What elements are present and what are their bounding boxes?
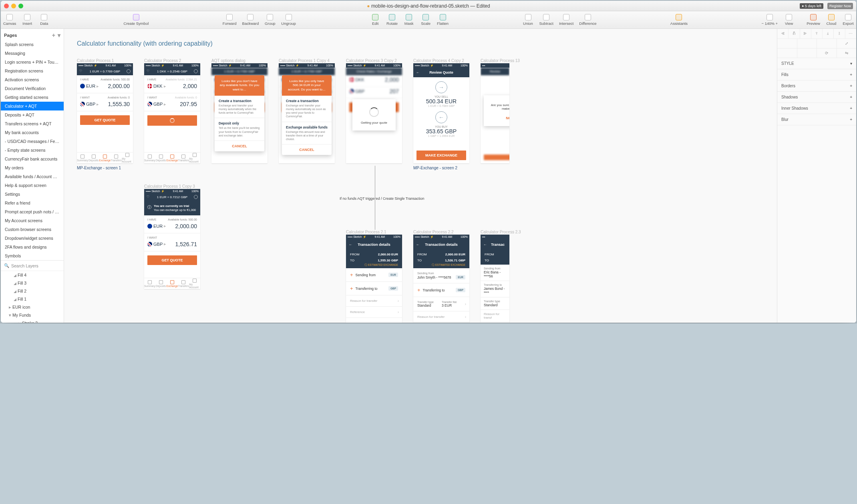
search-layers[interactable]: 🔍 Search Layers [1,261,64,271]
cancel-button[interactable]: CANCEL [282,145,332,155]
export-tool[interactable]: Export [843,14,854,26]
back-arrow-icon[interactable]: ← [349,243,352,247]
artboard-label[interactable]: Calculator Process 2 [144,58,181,63]
align-row[interactable]: ⫷⫚⫸⫯⫰⫱⋯ [777,29,856,39]
preview-tool[interactable]: Preview [807,14,820,26]
page-item[interactable]: - Empty state screens [1,146,64,155]
view-tool[interactable]: View [783,14,795,26]
style-section[interactable]: STYLE▾ [777,58,856,69]
pages-header: Pages +▾ [1,29,64,40]
create-symbol-tool[interactable]: Create Symbol [124,14,149,26]
page-item[interactable]: Login screens + PIN + Touch ID [1,58,64,66]
page-item[interactable]: Symbols [1,251,64,260]
artboard-confirm[interactable]: ••• Review Are you sure you want to make… [481,63,509,163]
artboard-calc1[interactable]: ••••• Sketch ⚡9:41 AM100% ♡1 EUR = 0.778… [77,63,133,163]
artboard-label[interactable]: Calculator Process 1 Copy 3 [144,184,195,189]
assistants-tool[interactable]: Assistants [670,14,688,26]
page-menu-button[interactable]: ▾ [58,32,60,38]
artboard-loading[interactable]: ••••• Sketch ⚡9:41 AM100% Check Rates / … [346,63,402,163]
artboard-details1[interactable]: ••••• Sketch ⚡9:41 AM100% ←Transaction d… [346,235,402,323]
page-item[interactable]: My orders [1,163,64,172]
page-item[interactable]: Document Verification [1,84,64,93]
artboard-label[interactable]: Calculator Process 4 Copy 2 [413,58,464,63]
page-item[interactable]: Refer a friend [1,199,64,207]
artboard-review[interactable]: ••••• Sketch ⚡9:41 AM100% ←Review Quote … [413,63,469,163]
get-quote-button[interactable]: GET QUOTE [147,255,197,265]
page-item[interactable]: Activation screens [1,75,64,84]
artboard-label[interactable]: Calculator Process 2.3 [481,230,521,234]
artboard-calc1c3[interactable]: ••••• Sketch ⚡9:41 AM100% ♡1 EUR = 0.721… [144,189,200,289]
fills-section[interactable]: Fills+ [777,69,856,80]
data-tool[interactable]: Data [38,14,50,26]
difference-tool[interactable]: Difference [579,14,596,26]
artboard-label[interactable]: Calculator Process 2.2 [413,230,454,234]
blur-section[interactable]: Blur+ [777,114,856,125]
artboard-label[interactable]: Calculator Process 2.1 [346,230,386,234]
artboard-label[interactable]: Calculator Process 1 [77,58,114,63]
rotate-tool[interactable]: Rotate [386,14,398,26]
backward-tool[interactable]: Backward [242,14,259,26]
edit-tool[interactable]: Edit [370,14,381,26]
page-item[interactable]: CurrencyFair bank accounts [1,155,64,163]
layer-item[interactable]: ▾My Funds [1,311,64,319]
artboard-label[interactable]: Calculator Process 13 [481,58,520,63]
canvas[interactable]: Calculator functionality (with ordering … [64,29,777,323]
plus-icon[interactable]: + [350,272,353,278]
page-item[interactable]: Deposits + AQT [1,110,64,119]
shadows-section[interactable]: Shadows+ [777,92,856,103]
subtract-tool[interactable]: Subtract [539,14,553,26]
ungroup-tool[interactable]: Ungroup [281,14,296,26]
page-item[interactable]: Splash screens [1,40,64,49]
get-quote-button[interactable]: GET QUOTE [80,115,130,125]
page-item[interactable]: Settings [1,190,64,199]
forward-tool[interactable]: Forward [223,14,237,26]
page-item[interactable]: Calculator + AQT [1,102,64,110]
page-item[interactable]: My bank accounts [1,128,64,137]
artboard-label[interactable]: Calculator Process 1 Copy 4 [279,58,330,63]
scale-tool[interactable]: Scale [420,14,431,26]
arrow-right-icon: → [435,81,447,93]
artboard-aqt-dialog[interactable]: ••••• Sketch ⚡9:41 AM100% 1 EUR = 0.7789… [211,63,268,163]
page-item[interactable]: My Account screens [1,216,64,225]
mask-tool[interactable]: Mask [403,14,414,26]
page-item[interactable]: Registration screens [1,66,64,75]
group-tool[interactable]: Group [264,14,276,26]
union-tool[interactable]: Union [523,14,534,26]
page-item[interactable]: Prompt accept push nots / time out [1,207,64,216]
page-item[interactable]: 2FA flows and designs [1,243,64,251]
layer-item[interactable]: ◢Fill 1 [1,295,64,303]
canvas-tool[interactable]: Canvas [3,14,16,26]
page-item[interactable]: Messaging [1,49,64,58]
page-item[interactable]: Custom browser screens [1,225,64,234]
artboard-calc2[interactable]: ••••• Sketch ⚡9:41 AM100% ♡1 DKK = 0.254… [144,63,200,163]
page-item[interactable]: Help & support screen [1,181,64,190]
inner-shadows-section[interactable]: Inner Shadows+ [777,103,856,114]
flatten-tool[interactable]: Flatten [437,14,449,26]
layer-item[interactable]: ◢Fill 4 [1,271,64,279]
plus-icon[interactable]: + [350,285,353,291]
layer-item[interactable]: ◢Fill 3 [1,279,64,287]
artboard-details3[interactable]: ••• ←Transac FROM TO Sending from Eric B… [481,235,509,323]
layer-item[interactable]: ▸EUR icon [1,303,64,311]
zoom-tool[interactable]: − 140% + [761,14,778,26]
insert-tool[interactable]: Insert [22,14,33,26]
cancel-button[interactable]: CANCEL [215,141,264,151]
make-exchange-button[interactable]: MAKE EXCHANGE [416,151,466,160]
page-item[interactable]: - USD/CAD messages / Fedwire [1,137,64,146]
layer-item[interactable]: ▸Stroke 2 [1,319,64,323]
intersect-tool[interactable]: Intersect [559,14,573,26]
borders-section[interactable]: Borders+ [777,80,856,92]
artboard-label[interactable]: Calculator Process 3 Copy 2 [346,58,397,63]
artboard-details2[interactable]: ••••• Sketch ⚡9:41 AM100% ←Transaction d… [413,235,469,323]
cloud-tool[interactable]: Cloud [826,14,837,26]
artboard-label[interactable]: AQT options dialog [211,58,245,63]
pages-list[interactable]: Splash screensMessagingLogin screens + P… [1,40,64,260]
page-item[interactable]: Available funds / Account Summary [1,172,64,181]
layer-item[interactable]: ◢Fill 2 [1,287,64,295]
page-item[interactable]: Dropdown/widget screens [1,234,64,243]
page-item[interactable]: Getting started screens [1,93,64,102]
artboard-calc1c4[interactable]: ••••• Sketch ⚡9:41 AM100% 1 EUR = 0.7789… [279,63,335,163]
back-arrow-icon[interactable]: ← [416,70,420,74]
add-page-button[interactable]: + [52,32,55,38]
page-item[interactable]: Transfers screens + AQT [1,119,64,128]
